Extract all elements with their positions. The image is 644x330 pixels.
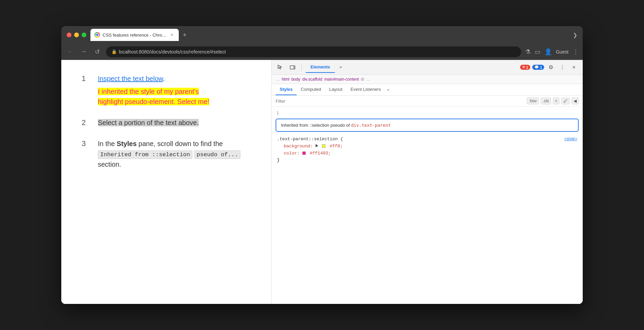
step-number-3: 3 xyxy=(82,139,90,148)
tab-elements[interactable]: Elements xyxy=(306,62,335,73)
devtools-tab-bar: Elements » xyxy=(306,62,517,73)
error-count: 1 xyxy=(526,65,528,69)
css-close-brace-line: } xyxy=(277,157,577,164)
tab-more[interactable]: » xyxy=(335,62,347,73)
split-screen-icon[interactable]: ▭ xyxy=(535,48,540,56)
css-color-prop: color: #ff1493; xyxy=(284,151,331,156)
step3-text1: In the xyxy=(98,140,117,147)
message-icon: 💬 xyxy=(534,65,539,69)
breadcrumb-html[interactable]: html xyxy=(282,77,289,82)
step3-code1: Inherited from ::selection xyxy=(98,150,192,159)
error-x-icon: ✕ xyxy=(522,65,525,69)
css-rule-selector-line: .text-parent::selection { <style> xyxy=(277,136,577,143)
highlighted-line1: I inherited the style of my parent's xyxy=(98,88,199,95)
step-item-1: 1 Inspect the text below. I inherited th… xyxy=(82,74,251,107)
new-style-button[interactable]: 🖊 xyxy=(561,98,570,104)
css-close-brace: } xyxy=(277,158,280,163)
step3-bold: Styles xyxy=(117,140,137,147)
page-area: 1 Inspect the text below. I inherited th… xyxy=(61,60,271,304)
devtools-close-button[interactable]: × xyxy=(569,63,579,72)
tab-layout[interactable]: Layout xyxy=(325,84,346,95)
message-count: 1 xyxy=(540,65,542,69)
inspect-element-button[interactable] xyxy=(276,63,285,72)
experiments-icon[interactable]: ⚗ xyxy=(525,48,531,56)
address-bar: ← → ↺ 🔒 localhost:8080/docs/devtools/css… xyxy=(61,44,583,60)
devtools-panel: Elements » ✕ 1 💬 1 ⚙ ⋮ × xyxy=(271,60,583,304)
filter-input[interactable] xyxy=(276,99,524,104)
hov-filter-button[interactable]: :hov xyxy=(527,98,539,104)
cls-filter-button[interactable]: .cls xyxy=(541,98,551,104)
color-value: #ff1493; xyxy=(309,151,330,156)
step3-text2: pane, scroll down to find the xyxy=(137,140,223,147)
filter-bar: :hov .cls + 🖊 ◀ xyxy=(272,96,583,107)
devtools-toolbar-right: ✕ 1 💬 1 ⚙ ⋮ × xyxy=(520,63,579,72)
rule-divider: } xyxy=(272,109,583,116)
css-selector: .text-parent::selection { xyxy=(277,137,343,142)
breadcrumb-di[interactable]: di xyxy=(361,77,364,82)
breadcrumb-body[interactable]: body xyxy=(292,77,300,82)
breadcrumb-div-scaffold[interactable]: div.scaffold xyxy=(302,77,322,82)
styles-tabs: Styles Computed Layout Event Listeners » xyxy=(272,84,583,96)
css-source-link[interactable]: <style> xyxy=(564,136,577,142)
tab-more-styles[interactable]: » xyxy=(385,84,391,95)
color-picker-triangle[interactable] xyxy=(316,144,318,147)
tab-styles[interactable]: Styles xyxy=(276,84,297,95)
reload-button[interactable]: ↺ xyxy=(92,48,102,56)
devtools-toolbar: Elements » ✕ 1 💬 1 ⚙ ⋮ × xyxy=(272,60,583,75)
step1-instruction: Inspect the text below. xyxy=(98,74,209,84)
new-tab-button[interactable]: + xyxy=(180,31,190,39)
step1-period: . xyxy=(163,75,165,82)
inherited-section: Inherited from ::selection pseudo of div… xyxy=(276,119,579,132)
account-icon[interactable]: 👤 xyxy=(544,48,552,56)
browser-menu-button[interactable]: ⋮ xyxy=(573,48,579,56)
tab-computed[interactable]: Computed xyxy=(297,84,325,95)
breadcrumb-more[interactable]: … xyxy=(366,77,370,82)
minimize-traffic-light[interactable] xyxy=(74,33,79,37)
add-style-rule-button[interactable]: + xyxy=(553,98,559,104)
browser-toolbar-right: ⚗ ▭ 👤 Guest ⋮ xyxy=(525,48,579,56)
devtools-more-button[interactable]: ⋮ xyxy=(558,63,567,72)
color-prop-label: color: xyxy=(284,151,300,156)
tab-menu-chevron[interactable]: ❯ xyxy=(573,32,577,38)
tab-close-button[interactable]: × xyxy=(169,32,175,38)
background-color-swatch[interactable] xyxy=(322,144,325,148)
step-number-2: 2 xyxy=(82,118,90,127)
chrome-favicon-icon xyxy=(94,32,100,38)
highlighted-block: I inherited the style of my parent's hig… xyxy=(98,86,209,107)
active-tab[interactable]: CSS features reference - Chro… × xyxy=(90,29,179,41)
address-input[interactable]: 🔒 localhost:8080/docs/devtools/css/refer… xyxy=(106,46,521,57)
collapse-button[interactable]: ◀ xyxy=(572,98,579,104)
inherited-class-link[interactable]: div.text-parent xyxy=(351,123,391,128)
browser-window: CSS features reference - Chro… × + ❯ ← →… xyxy=(61,26,583,304)
back-button[interactable]: ← xyxy=(65,48,75,55)
css-background-line: background: #ff0; xyxy=(277,143,577,150)
error-badge[interactable]: ✕ 1 xyxy=(520,65,530,70)
lock-icon: 🔒 xyxy=(111,49,117,54)
forward-button[interactable]: → xyxy=(79,48,88,55)
step-content-1: Inspect the text below. I inherited the … xyxy=(98,74,209,107)
close-traffic-light[interactable] xyxy=(67,33,71,37)
traffic-lights xyxy=(67,33,86,37)
step-content-3: In the Styles pane, scroll down to find … xyxy=(98,139,251,169)
step-number-1: 1 xyxy=(82,74,90,83)
message-badge[interactable]: 💬 1 xyxy=(532,65,544,70)
dom-breadcrumb: … html body div.scaffold main#main-conte… xyxy=(272,75,583,84)
account-label: Guest xyxy=(556,49,568,55)
device-toggle-button[interactable] xyxy=(288,63,297,72)
breadcrumb-main[interactable]: main#main-content xyxy=(324,77,359,82)
color-swatch[interactable] xyxy=(302,151,306,155)
devtools-settings-button[interactable]: ⚙ xyxy=(546,63,556,72)
step-content-2: Select a portion of the text above. xyxy=(98,118,199,128)
highlighted-line2: highlight pseudo-element. Select me! xyxy=(98,98,209,105)
css-rule-block: .text-parent::selection { <style> backgr… xyxy=(272,135,583,165)
toolbar-separator xyxy=(301,64,302,71)
browser-content: 1 Inspect the text below. I inherited th… xyxy=(61,60,583,304)
breadcrumb-ellipsis[interactable]: … xyxy=(276,77,280,82)
step2-gray-text: Select a portion of the text above. xyxy=(98,119,199,126)
inspect-link[interactable]: Inspect the text below xyxy=(98,75,163,82)
maximize-traffic-light[interactable] xyxy=(82,33,86,37)
url-text: localhost:8080/docs/devtools/css/referen… xyxy=(119,49,226,55)
background-prop-label: background: xyxy=(284,144,313,149)
tab-event-listeners[interactable]: Event Listeners xyxy=(346,84,385,95)
step-item-3: 3 In the Styles pane, scroll down to fin… xyxy=(82,139,251,169)
